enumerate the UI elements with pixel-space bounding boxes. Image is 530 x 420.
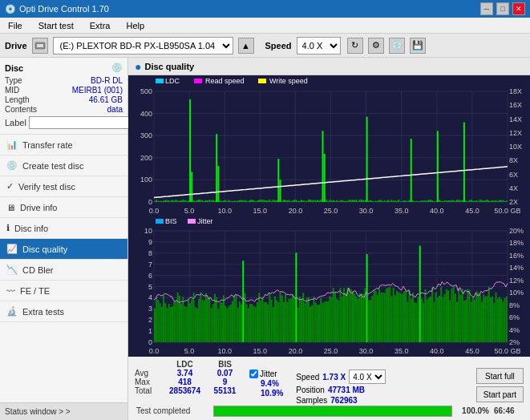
position-label: Position xyxy=(296,386,325,394)
sidebar-label-disc-info: Disc info xyxy=(14,224,48,233)
disc-panel-title: Disc xyxy=(5,63,23,73)
disc-label-row: Label 🔍 xyxy=(5,116,123,129)
sidebar-label-transfer-rate: Transfer rate xyxy=(22,140,73,150)
titlebar-title: 💿 Opti Drive Control 1.70 xyxy=(5,4,109,14)
progress-fill xyxy=(214,406,451,416)
jitter-max: 10.9% xyxy=(249,389,283,398)
start-buttons: Start full Start part xyxy=(476,368,524,402)
sidebar-item-fe-te[interactable]: 〰 FE / TE xyxy=(0,281,127,301)
status-window-label: Status window > > xyxy=(5,407,71,416)
samples-value: 762963 xyxy=(330,396,357,405)
stats-header-bis: BIS xyxy=(207,360,243,369)
stats-total-label: Total xyxy=(135,386,163,395)
time-value: 66:46 xyxy=(494,406,522,415)
sidebar: Disc 💿 Type BD-R DL MID MEIRB1 (001) Len… xyxy=(0,58,128,420)
drive-select[interactable]: (E:) PLEXTOR BD-R PX-LB950SA 1.04 xyxy=(53,37,233,55)
stats-total-row: Total 2853674 55131 xyxy=(135,386,243,395)
stats-max-row: Max 418 9 xyxy=(135,378,243,386)
titlebar: 💿 Opti Drive Control 1.70 ─ □ ✕ xyxy=(0,0,530,18)
drivebar: Drive (E:) PLEXTOR BD-R PX-LB950SA 1.04 … xyxy=(0,34,530,58)
minimize-button[interactable]: ─ xyxy=(480,2,493,15)
status-text: Test completed xyxy=(136,406,208,415)
maximize-button[interactable]: □ xyxy=(496,2,509,15)
disc-info-icon: ℹ xyxy=(6,223,10,233)
stats-avg-ldc: 3.74 xyxy=(163,369,207,378)
chart-top xyxy=(128,75,530,216)
refresh-button[interactable]: ↻ xyxy=(347,38,363,54)
status-window-button[interactable]: Status window > > xyxy=(0,402,127,420)
start-full-button[interactable]: Start full xyxy=(476,368,524,384)
disc-contents-row: Contents data xyxy=(5,105,123,114)
speed-stat-label: Speed xyxy=(296,373,319,382)
disc-header: Disc 💿 xyxy=(5,63,123,73)
stats-total-ldc: 2853674 xyxy=(163,386,207,395)
cd-bler-icon: 📉 xyxy=(6,265,18,275)
chart-bottom xyxy=(128,216,530,357)
save-button[interactable]: 💾 xyxy=(410,38,426,54)
sidebar-item-verify-test-disc[interactable]: ✓ Verify test disc xyxy=(0,176,127,197)
stats-bar: LDC BIS Avg 3.74 0.07 Max 418 9 Total xyxy=(128,356,530,420)
sidebar-item-extra-tests[interactable]: 🔬 Extra tests xyxy=(0,301,127,322)
sidebar-item-disc-info[interactable]: ℹ Disc info xyxy=(0,218,127,239)
speed-select[interactable]: 4.0 X xyxy=(297,37,341,55)
speed-row: Speed 1.73 X 4.0 X xyxy=(296,370,386,384)
disc-mid-row: MID MEIRB1 (001) xyxy=(5,86,123,95)
verify-test-disc-icon: ✓ xyxy=(6,181,14,192)
speed-stat-select[interactable]: 4.0 X xyxy=(349,370,386,384)
titlebar-controls: ─ □ ✕ xyxy=(480,2,525,15)
progress-label: 100.0% xyxy=(457,406,489,415)
stats-avg-row: Avg 3.74 0.07 xyxy=(135,369,243,378)
settings-button[interactable]: ⚙ xyxy=(368,38,384,54)
stats-max-ldc: 418 xyxy=(163,378,207,386)
jitter-checkbox[interactable] xyxy=(249,370,258,378)
progress-bar-area: Test completed 100.0% 66:46 xyxy=(135,405,524,417)
stats-table: LDC BIS Avg 3.74 0.07 Max 418 9 Total xyxy=(135,360,243,395)
drive-icon xyxy=(32,38,48,54)
sidebar-label-fe-te: FE / TE xyxy=(20,286,50,296)
progress-track xyxy=(213,406,452,417)
jitter-label: Jitter xyxy=(260,370,277,378)
close-button[interactable]: ✕ xyxy=(512,2,525,15)
content-area: ● Disc quality L xyxy=(128,58,530,420)
position-value: 47731 MB xyxy=(328,386,365,394)
stats-avg-bis: 0.07 xyxy=(207,369,243,378)
menu-start-test[interactable]: Start test xyxy=(34,20,79,31)
menubar: File Start test Extra Help xyxy=(0,18,530,34)
disc-length-row: Length 46.61 GB xyxy=(5,95,123,104)
sidebar-item-cd-bler[interactable]: 📉 CD Bler xyxy=(0,260,127,281)
app-icon: 💿 xyxy=(5,4,16,14)
jitter-header: Jitter xyxy=(249,370,283,378)
disc-panel-icon: 💿 xyxy=(111,63,123,73)
stats-avg-label: Avg xyxy=(135,369,163,378)
eject-button[interactable]: ▲ xyxy=(238,38,254,54)
sidebar-item-create-test-disc[interactable]: 💿 Create test disc xyxy=(0,155,127,176)
menu-extra[interactable]: Extra xyxy=(85,20,115,31)
sidebar-label-drive-info: Drive info xyxy=(20,203,57,212)
menu-help[interactable]: Help xyxy=(121,20,149,31)
sidebar-item-transfer-rate[interactable]: 📊 Transfer rate xyxy=(0,135,127,155)
disc-quality-title: Disc quality xyxy=(144,62,194,71)
menu-file[interactable]: File xyxy=(3,20,27,31)
main-layout: Disc 💿 Type BD-R DL MID MEIRB1 (001) Len… xyxy=(0,58,530,420)
charts-area xyxy=(128,75,530,356)
sidebar-label-disc-quality: Disc quality xyxy=(22,244,67,254)
stats-max-label: Max xyxy=(135,378,163,386)
sidebar-item-drive-info[interactable]: 🖥 Drive info xyxy=(0,197,127,218)
jitter-section: Jitter 9.4% 10.9% xyxy=(249,370,283,398)
transfer-rate-icon: 📊 xyxy=(6,139,18,150)
disc-label-input[interactable] xyxy=(29,116,136,129)
sidebar-label-cd-bler: CD Bler xyxy=(22,265,54,275)
stats-header-ldc: LDC xyxy=(163,360,207,369)
speed-label: Speed xyxy=(265,41,292,50)
disc-type-row: Type BD-R DL xyxy=(5,76,123,85)
disc-button[interactable]: 💿 xyxy=(389,38,405,54)
chart-bottom-svg xyxy=(128,216,530,357)
disc-info-panel: Disc 💿 Type BD-R DL MID MEIRB1 (001) Len… xyxy=(0,58,127,135)
samples-row: Samples 762963 xyxy=(296,396,386,405)
sidebar-item-disc-quality[interactable]: 📈 Disc quality xyxy=(0,239,127,260)
disc-quality-icon: 📈 xyxy=(6,244,18,254)
drive-info-icon: 🖥 xyxy=(6,203,15,212)
start-part-button[interactable]: Start part xyxy=(476,386,524,402)
sidebar-label-create-test-disc: Create test disc xyxy=(22,161,83,171)
stats-max-bis: 9 xyxy=(207,378,243,386)
